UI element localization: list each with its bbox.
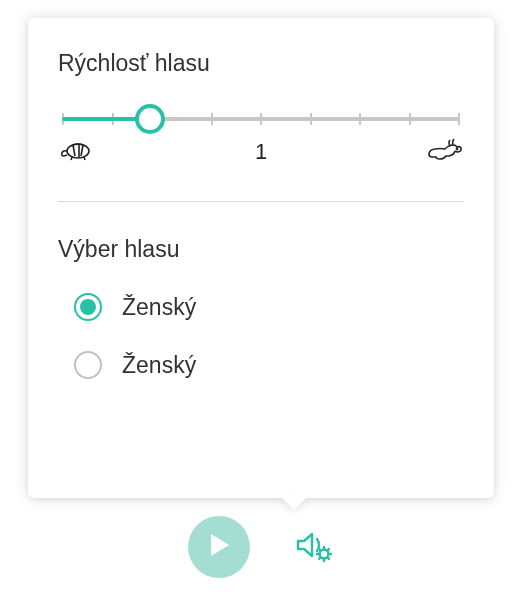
bottom-toolbar xyxy=(0,516,522,578)
speed-center-label: 1 xyxy=(255,139,267,165)
radio-indicator xyxy=(74,293,102,321)
voice-option-1[interactable]: Ženský xyxy=(74,351,464,379)
voice-section-title: Výber hlasu xyxy=(58,236,464,263)
slider-track xyxy=(62,117,460,121)
speed-section-title: Rýchlosť hlasu xyxy=(58,50,464,77)
voice-settings-button[interactable] xyxy=(294,527,334,567)
play-button[interactable] xyxy=(188,516,250,578)
voice-radio-group: Ženský Ženský xyxy=(58,293,464,379)
section-divider xyxy=(58,201,464,202)
voice-option-0[interactable]: Ženský xyxy=(74,293,464,321)
play-icon xyxy=(207,532,231,562)
slider-labels: 1 xyxy=(58,137,464,167)
speed-slider[interactable] xyxy=(62,117,460,121)
speaker-gear-icon xyxy=(294,527,334,567)
turtle-icon xyxy=(58,138,94,166)
svg-point-0 xyxy=(67,144,89,158)
rabbit-icon xyxy=(426,137,464,167)
radio-indicator xyxy=(74,351,102,379)
svg-point-1 xyxy=(456,148,457,149)
voice-option-label: Ženský xyxy=(122,294,196,321)
voice-settings-popover: Rýchlosť hlasu 1 xyxy=(28,18,494,498)
voice-option-label: Ženský xyxy=(122,352,196,379)
slider-thumb[interactable] xyxy=(135,104,165,134)
